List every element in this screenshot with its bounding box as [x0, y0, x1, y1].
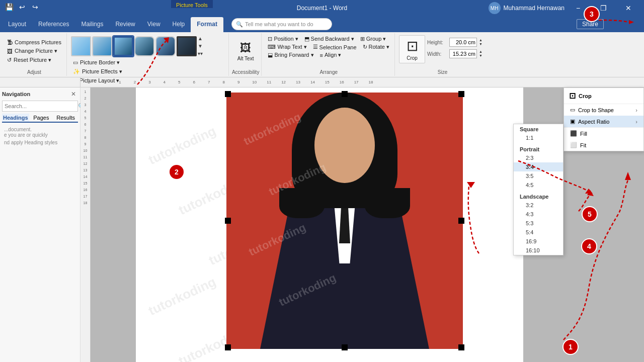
save-btn[interactable]: 💾	[4, 2, 14, 12]
size-group: ⊡ Crop Height: 20.0 cm ▲▼ Width: 15.23 c…	[396, 33, 489, 76]
aspect-4-3[interactable]: 4:3	[514, 210, 563, 219]
width-spinner[interactable]: ▲▼	[479, 50, 486, 58]
selection-pane-btn[interactable]: ☰ Selection Pane	[311, 43, 359, 51]
arrange-row3: ⬓ Bring Forward ▾ ≡ Align ▾	[266, 51, 343, 59]
face	[314, 108, 375, 183]
height-spinner[interactable]: ▲▼	[479, 38, 486, 47]
height-input[interactable]: 20.0 cm	[449, 38, 477, 47]
aspect-16-9[interactable]: 16:9	[514, 237, 563, 246]
alt-text-icon: 🖼	[240, 42, 251, 55]
nav-tab-results[interactable]: Results	[53, 114, 78, 122]
rotate-icon: ↻	[363, 44, 367, 50]
aspect-3-4[interactable]: 3:4	[514, 162, 563, 171]
redo-btn[interactable]: ↪	[30, 2, 40, 12]
tab-layout[interactable]: Layout	[2, 17, 32, 32]
pic-style-4[interactable]	[134, 36, 154, 56]
adjust-group-content: 🗜 Compress Pictures 🖼 Change Picture ▾ ↺…	[4, 34, 64, 68]
alt-text-btn[interactable]: 🖼 Alt Text	[233, 41, 258, 62]
aspect-5-4[interactable]: 5:4	[514, 228, 563, 237]
aspect-5-3[interactable]: 5:3	[514, 219, 563, 228]
crop-handle-bl[interactable]	[225, 344, 231, 350]
crop-icon: ⊡	[407, 38, 418, 54]
change-picture-btn[interactable]: 🖼 Change Picture ▾	[5, 47, 63, 55]
watermark-1: tutorkoding	[146, 123, 218, 168]
crop-handle-tr[interactable]	[458, 91, 464, 97]
scroll-up[interactable]: ▲	[198, 35, 203, 42]
pic-style-2[interactable]	[92, 36, 112, 56]
aspect-ratio-item[interactable]: ▣ Aspect Ratio ›	[564, 116, 643, 127]
pic-styles-row: ▲ ▼ ▾▾	[71, 35, 204, 57]
aspect-3-5[interactable]: 3:5	[514, 171, 563, 180]
crop-handle-mr[interactable]	[458, 218, 464, 224]
arrange-content: ⊡ Position ▾ ⬒ Send Backward ▾ ⊞ Group ▾…	[265, 34, 392, 68]
tab-review[interactable]: Review	[109, 17, 141, 32]
photo-frame[interactable]: tutorkoding tutorkoding tutorkoding tuto…	[226, 93, 463, 349]
position-btn[interactable]: ⊡ Position ▾	[266, 35, 300, 43]
tab-help[interactable]: Help	[167, 17, 191, 32]
tab-view[interactable]: View	[141, 17, 167, 32]
fill-item[interactable]: ⬛ Fill	[564, 128, 643, 139]
arrange-label: Arrange	[319, 68, 338, 75]
close-button[interactable]: ✕	[617, 0, 640, 16]
avatar: MH	[489, 2, 501, 14]
wrap-text-btn[interactable]: ⌨ Wrap Text ▾	[266, 43, 308, 51]
bring-forward-btn[interactable]: ⬓ Bring Forward ▾	[266, 51, 315, 59]
scroll-down[interactable]: ▼	[198, 43, 203, 50]
tab-format[interactable]: Format	[191, 17, 223, 32]
tab-references[interactable]: References	[32, 17, 75, 32]
picture-effects-btn[interactable]: ✨ Picture Effects ▾	[71, 67, 225, 76]
crop-handle-ml[interactable]	[225, 218, 231, 224]
acc-label: Accessibility	[232, 68, 259, 75]
crop-menu-crop[interactable]: ⊡ Crop	[564, 88, 643, 104]
hijab-left	[279, 188, 325, 218]
fit-item[interactable]: ⬜ Fit	[564, 139, 643, 151]
pic-style-1[interactable]	[71, 36, 91, 56]
search-placeholder: Tell me what you want to do	[245, 21, 313, 27]
crop-btn[interactable]: ⊡ Crop	[399, 35, 425, 63]
nav-pane-close[interactable]: ✕	[69, 89, 78, 99]
aspect-16-10[interactable]: 16:10	[514, 246, 563, 255]
step-badge-1: 1	[562, 339, 579, 355]
accessibility-group: 🖼 Alt Text Accessibility	[230, 33, 262, 76]
rotate-btn[interactable]: ↻ Rotate ▾	[361, 43, 391, 51]
undo-btn[interactable]: ↩	[17, 2, 27, 12]
ribbon-body: 🗜 Compress Pictures 🖼 Change Picture ▾ ↺…	[0, 32, 644, 77]
sidebar-search-input[interactable]	[3, 103, 76, 109]
crop-to-shape-item[interactable]: ▭ Crop to Shape ›	[564, 104, 643, 116]
aspect-1-1[interactable]: 1:1	[514, 133, 563, 142]
pic-style-6[interactable]	[177, 36, 197, 56]
compress-pictures-btn[interactable]: 🗜 Compress Pictures	[5, 38, 63, 46]
group-btn[interactable]: ⊞ Group ▾	[358, 35, 388, 43]
pic-style-3[interactable]	[113, 36, 133, 56]
effects-icon: ✨	[73, 68, 80, 75]
crop-handle-tl[interactable]	[225, 91, 231, 97]
width-field: Width: 15.23 cm ▲▼	[427, 49, 486, 58]
align-icon: ≡	[320, 52, 323, 58]
crop-handle-br[interactable]	[458, 344, 464, 350]
send-backward-btn[interactable]: ⬒ Send Backward ▾	[302, 35, 356, 43]
reset-picture-btn[interactable]: ↺ Reset Picture ▾	[5, 56, 63, 64]
aspect-3-2[interactable]: 3:2	[514, 201, 563, 210]
picture-styles-group: ▲ ▼ ▾▾ ▭ Picture Border ▾ ✨ Picture Effe…	[68, 33, 229, 76]
picture-border-btn[interactable]: ▭ Picture Border ▾	[71, 58, 225, 67]
scroll-expand[interactable]: ▾▾	[198, 50, 203, 57]
height-field: Height: 20.0 cm ▲▼	[427, 38, 486, 47]
aspect-4-5[interactable]: 4:5	[514, 180, 563, 190]
step-badge-5-fixed: 5	[582, 206, 598, 222]
crop-handle-tc[interactable]	[342, 91, 348, 97]
ribbon-search[interactable]: 🔍 Tell me what you want to do	[231, 18, 332, 30]
landscape-header: Landscape	[514, 192, 563, 201]
border-icon: ▭	[73, 59, 78, 66]
width-input[interactable]: 15.23 cm	[449, 49, 477, 58]
nav-tab-pages[interactable]: Pages	[29, 114, 54, 122]
aspect-2-3[interactable]: 2:3	[514, 153, 563, 162]
pic-style-5[interactable]	[155, 36, 176, 56]
align-btn[interactable]: ≡ Align ▾	[318, 51, 344, 59]
tab-mailings[interactable]: Mailings	[75, 17, 109, 32]
acc-content: 🖼 Alt Text	[232, 34, 259, 68]
sidebar-header: Navigation ✕	[2, 89, 78, 99]
sel-pane-icon: ☰	[313, 44, 318, 50]
sidebar-search: 🔍	[2, 101, 78, 112]
nav-tab-headings[interactable]: Headings	[2, 114, 29, 122]
crop-handle-bc[interactable]	[342, 344, 348, 350]
